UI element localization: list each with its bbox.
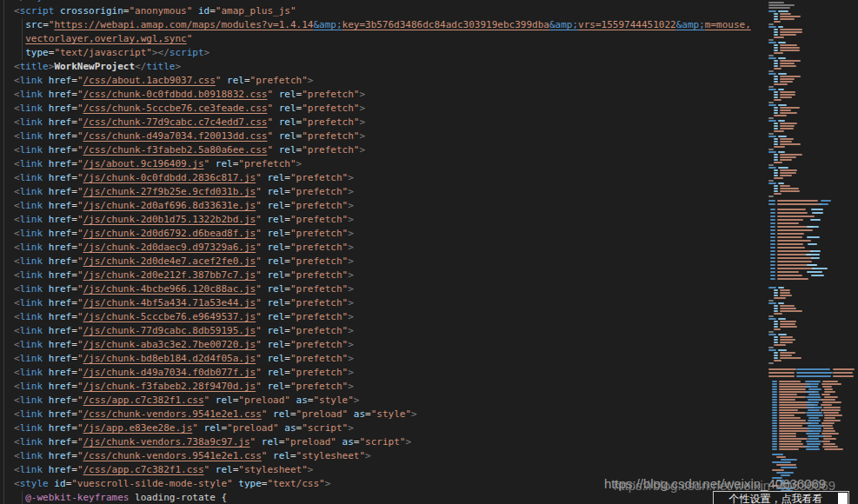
code-token: rel bbox=[262, 353, 285, 364]
code-token: > bbox=[348, 422, 354, 434]
minimap-line bbox=[781, 474, 790, 476]
code-token: " bbox=[77, 311, 83, 322]
minimap-line bbox=[777, 200, 818, 202]
minimap-line bbox=[777, 247, 805, 249]
minimap-line bbox=[777, 261, 812, 262]
minimap-line bbox=[807, 264, 817, 266]
code-token: = bbox=[71, 311, 77, 322]
minimap-line bbox=[821, 433, 839, 434]
code-token: "prefetch" bbox=[290, 311, 348, 322]
code-line: <link href="/js/chunk-aba3c3e2.7be00720.… bbox=[14, 338, 751, 352]
code-token: "prefetch" bbox=[302, 144, 359, 156]
minimap-line bbox=[768, 26, 776, 28]
code-token: " bbox=[256, 283, 262, 295]
code-token: /js/chunk-2d0e212f.387bb7c7.js bbox=[83, 269, 256, 281]
minimap-line bbox=[779, 381, 801, 382]
code-token: < bbox=[14, 130, 20, 142]
minimap-line bbox=[779, 417, 801, 419]
code-token: href bbox=[43, 89, 71, 100]
code-token: /js/chunk-4bf5a434.71a53e44.js bbox=[83, 297, 256, 308]
code-token: " bbox=[77, 464, 83, 475]
code-token: loading-rotate bbox=[129, 492, 215, 503]
code-token: link bbox=[20, 381, 43, 392]
code-token: = bbox=[71, 103, 77, 114]
minimap-line bbox=[772, 461, 791, 463]
code-token: /js/chunk-77d9cabc.8db59195.js bbox=[83, 325, 256, 336]
code-token: "prefetch" bbox=[290, 325, 348, 336]
minimap-line bbox=[777, 275, 802, 276]
code-token: = bbox=[284, 353, 290, 364]
minimap-line bbox=[774, 355, 778, 356]
minimap-line bbox=[796, 368, 830, 370]
minimap-line bbox=[776, 480, 784, 481]
minimap-line bbox=[774, 162, 782, 163]
minimap-line bbox=[770, 226, 775, 228]
code-token: rel bbox=[262, 214, 285, 225]
code-token: href bbox=[43, 144, 71, 156]
minimap-line bbox=[811, 257, 820, 259]
personalize-settings-tooltip[interactable]: 个性设置，点我看看 bbox=[713, 491, 849, 504]
minimap-line bbox=[780, 107, 800, 109]
code-token: rel bbox=[262, 186, 285, 197]
code-token: rel bbox=[262, 339, 285, 350]
minimap-line bbox=[772, 409, 777, 411]
code-token: < bbox=[14, 61, 20, 72]
minimap-line bbox=[768, 375, 795, 377]
minimap-line bbox=[805, 381, 821, 382]
code-token: href bbox=[43, 103, 71, 114]
code-token: /js/chunk-0c0fdbdd.2836c817.js bbox=[83, 172, 256, 183]
minimap-line bbox=[780, 169, 797, 171]
minimap-line bbox=[774, 159, 778, 161]
code-token: " bbox=[77, 89, 83, 100]
minimap-line bbox=[806, 412, 822, 414]
minimap-line bbox=[772, 383, 777, 385]
code-token: "prefetch" bbox=[302, 103, 359, 114]
minimap-line bbox=[780, 305, 795, 307]
code-token: > bbox=[411, 408, 417, 420]
minimap[interactable] bbox=[765, 0, 858, 504]
minimap-line bbox=[770, 212, 775, 214]
minimap-line bbox=[780, 190, 800, 192]
code-token: > bbox=[325, 478, 331, 489]
minimap-line bbox=[780, 355, 792, 356]
minimap-line bbox=[774, 326, 778, 328]
code-token: /css/chunk-d49a7034.f20013dd.css bbox=[83, 130, 268, 142]
code-editor[interactable]: </style><script crossorigin="anonymous" … bbox=[0, 0, 765, 504]
minimap-line bbox=[768, 39, 774, 41]
minimap-line bbox=[777, 236, 802, 238]
code-token: rel bbox=[262, 367, 285, 378]
code-line: <link href="/js/chunk-2d0b1d75.1322b2bd.… bbox=[14, 213, 751, 227]
minimap-line bbox=[821, 200, 831, 202]
code-token: "stylesheet" bbox=[238, 464, 307, 475]
code-token: src bbox=[14, 19, 43, 30]
code-token: < bbox=[14, 478, 20, 489]
code-line: <link href="/js/chunk-2d0de4e7.acef2fe0.… bbox=[14, 255, 751, 269]
minimap-line bbox=[781, 459, 797, 461]
minimap-line bbox=[774, 172, 778, 174]
minimap-line bbox=[772, 477, 782, 479]
minimap-line bbox=[768, 70, 774, 72]
minimap-line bbox=[821, 394, 830, 395]
minimap-line bbox=[774, 18, 778, 20]
minimap-line bbox=[774, 29, 778, 30]
code-token: > bbox=[348, 172, 354, 183]
minimap-line bbox=[808, 420, 821, 421]
minimap-line bbox=[780, 156, 796, 158]
minimap-line bbox=[776, 464, 796, 466]
code-token: /css/chunk-0c0fdbdd.b0918832.css bbox=[83, 89, 268, 100]
minimap-line bbox=[770, 254, 775, 255]
minimap-line bbox=[774, 313, 782, 315]
minimap-line bbox=[772, 469, 784, 471]
minimap-line bbox=[778, 42, 786, 43]
code-line: <link href="/js/chunk-4bcbe966.120c88ac.… bbox=[14, 282, 751, 296]
code-token: </ bbox=[135, 61, 146, 72]
code-token: " bbox=[77, 214, 83, 225]
minimap-line bbox=[780, 154, 802, 156]
code-token: = bbox=[290, 450, 296, 461]
code-token: < bbox=[14, 436, 20, 448]
code-token: /js/chunk-aba3c3e2.7be00720.js bbox=[83, 339, 256, 350]
minimap-line bbox=[780, 326, 797, 328]
code-token: /js/chunk-vendors.738a9c97.js bbox=[83, 436, 250, 448]
minimap-line bbox=[774, 190, 778, 192]
code-token: link bbox=[20, 395, 43, 406]
